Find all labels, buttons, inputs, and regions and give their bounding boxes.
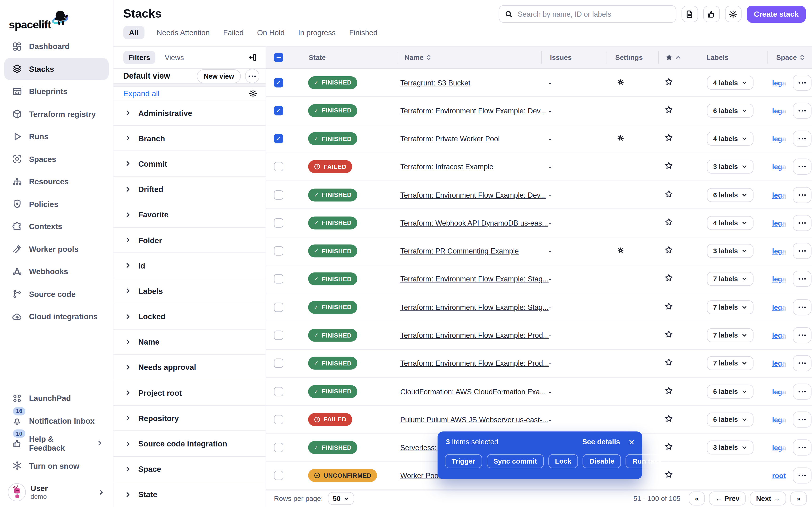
sidebar-item-source-code[interactable]: Source code bbox=[0, 283, 113, 305]
stack-name-link[interactable]: Terraform: Environment Flow Example: Sta… bbox=[400, 303, 549, 311]
favorite-star-button[interactable] bbox=[664, 414, 673, 425]
column-header-labels[interactable]: Labels bbox=[706, 54, 728, 61]
labels-dropdown[interactable]: 6 labels bbox=[707, 188, 754, 202]
column-header-settings[interactable]: Settings bbox=[615, 54, 643, 61]
labels-dropdown[interactable]: 7 labels bbox=[707, 272, 754, 286]
stack-name-link[interactable]: Terraform: Private Worker Pool bbox=[400, 134, 500, 143]
stack-name-link[interactable]: Worker Pool bbox=[400, 471, 440, 480]
row-actions-button[interactable] bbox=[793, 75, 811, 91]
feedback-button[interactable] bbox=[703, 6, 720, 22]
view-more-button[interactable] bbox=[245, 69, 260, 83]
labels-dropdown[interactable]: 7 labels bbox=[707, 356, 754, 371]
stack-name-link[interactable]: Terraform: Environment Flow Example: Pro… bbox=[400, 359, 549, 368]
column-header-space[interactable]: Space bbox=[776, 54, 805, 61]
tab-finished[interactable]: Finished bbox=[348, 26, 379, 39]
sidebar-user[interactable]: User demo bbox=[0, 477, 113, 507]
sidebar-item-spaces[interactable]: Spaces bbox=[0, 148, 113, 170]
sidebar-item-contexts[interactable]: Contexts bbox=[0, 215, 113, 238]
table-row[interactable]: ✓ ✓FINISHED Terragrunt: S3 Bucket - 4 la… bbox=[266, 69, 812, 97]
filter-group-labels[interactable]: Labels bbox=[113, 278, 266, 303]
sidebar-item-turn-on-snow[interactable]: Turn on snow bbox=[0, 454, 113, 477]
row-actions-button[interactable] bbox=[793, 383, 811, 399]
row-actions-button[interactable] bbox=[793, 187, 811, 203]
sidebar-item-resources[interactable]: Resources bbox=[0, 170, 113, 193]
favorite-star-button[interactable] bbox=[664, 302, 673, 313]
create-stack-button[interactable]: Create stack bbox=[747, 5, 806, 22]
space-link[interactable]: legacy bbox=[772, 276, 785, 283]
favorite-star-button[interactable] bbox=[664, 189, 673, 200]
table-row[interactable]: ✓FINISHED Terraform: Environment Flow Ex… bbox=[266, 322, 812, 350]
filter-group-project-root[interactable]: Project root bbox=[113, 380, 266, 405]
favorite-star-button[interactable] bbox=[664, 133, 673, 144]
labels-dropdown[interactable]: 3 labels bbox=[707, 441, 754, 455]
row-actions-button[interactable] bbox=[793, 411, 811, 428]
row-checkbox[interactable] bbox=[274, 471, 283, 480]
select-all-checkbox[interactable] bbox=[274, 53, 283, 62]
sidebar-item-webhooks[interactable]: Webhooks bbox=[0, 260, 113, 283]
row-actions-button[interactable] bbox=[793, 355, 811, 371]
spacelift-logo[interactable]: spacelift bbox=[0, 0, 113, 30]
favorite-star-button[interactable] bbox=[664, 386, 673, 397]
labels-dropdown[interactable]: 4 labels bbox=[707, 132, 754, 146]
sidebar-item-dashboard[interactable]: Dashboard bbox=[0, 35, 113, 58]
stack-name-link[interactable]: Terragrunt: S3 Bucket bbox=[400, 78, 470, 87]
stack-name-link[interactable]: Terraform: Environment Flow Example: Dev… bbox=[400, 191, 546, 199]
table-row[interactable]: FAILED Terraform: Infracost Example - 3 … bbox=[266, 153, 812, 181]
row-checkbox[interactable] bbox=[274, 302, 283, 312]
filter-group-folder[interactable]: Folder bbox=[113, 227, 266, 252]
bulk-action-disable-button[interactable]: Disable bbox=[583, 454, 621, 468]
filter-settings-gear-icon[interactable] bbox=[249, 89, 257, 98]
favorite-star-button[interactable] bbox=[664, 330, 673, 341]
row-checkbox[interactable] bbox=[274, 218, 283, 228]
stack-name-link[interactable]: Terraform: Environment Flow Example: Pro… bbox=[400, 331, 549, 339]
docs-button[interactable] bbox=[681, 6, 698, 22]
last-page-button[interactable]: » bbox=[791, 492, 807, 506]
filter-group-needs-approval[interactable]: Needs approval bbox=[113, 354, 266, 380]
see-details-link[interactable]: See details bbox=[582, 438, 620, 446]
sidebar-item-launchpad[interactable]: LaunchPad bbox=[0, 387, 113, 410]
space-link[interactable]: legacy bbox=[772, 191, 785, 199]
favorite-star-button[interactable] bbox=[664, 358, 673, 369]
sidebar-item-blueprints[interactable]: Blueprints bbox=[0, 80, 113, 103]
column-header-favorite[interactable] bbox=[665, 53, 680, 61]
table-row[interactable]: ✓FINISHED Terraform: PR Commenting Examp… bbox=[266, 237, 812, 266]
favorite-star-button[interactable] bbox=[664, 77, 673, 88]
sidebar-item-terraform-registry[interactable]: Terraform registry bbox=[0, 103, 113, 125]
labels-dropdown[interactable]: 6 labels bbox=[707, 385, 754, 399]
filter-group-source-code-integration[interactable]: Source code integration bbox=[113, 431, 266, 456]
sidebar-item-worker-pools[interactable]: Worker pools bbox=[0, 238, 113, 260]
filter-group-administrative[interactable]: Administrative bbox=[113, 100, 266, 125]
space-link[interactable]: legacy bbox=[772, 303, 785, 311]
prev-page-button[interactable]: ← Prev bbox=[709, 492, 746, 506]
space-link[interactable]: legacy bbox=[772, 247, 785, 255]
first-page-button[interactable]: « bbox=[689, 492, 705, 506]
next-page-button[interactable]: Next → bbox=[750, 492, 786, 506]
favorite-star-button[interactable] bbox=[664, 105, 673, 116]
favorite-star-button[interactable] bbox=[664, 245, 673, 256]
bulk-action-lock-button[interactable]: Lock bbox=[548, 454, 578, 468]
table-row[interactable]: ✓FINISHED Terraform: Environment Flow Ex… bbox=[266, 349, 812, 378]
stack-name-link[interactable]: Terraform: PR Commenting Example bbox=[400, 247, 519, 255]
tab-filters[interactable]: Filters bbox=[123, 50, 156, 64]
row-checkbox[interactable] bbox=[274, 443, 283, 452]
rows-per-page-select[interactable]: 50 bbox=[327, 492, 354, 505]
row-checkbox[interactable] bbox=[274, 415, 283, 424]
labels-dropdown[interactable]: 3 labels bbox=[707, 244, 754, 258]
labels-dropdown[interactable]: 6 labels bbox=[707, 412, 754, 427]
sidebar-item-runs[interactable]: Runs bbox=[0, 125, 113, 148]
row-actions-button[interactable] bbox=[793, 103, 811, 119]
space-link[interactable]: legacy bbox=[772, 79, 785, 87]
labels-dropdown[interactable]: 4 labels bbox=[707, 216, 754, 230]
row-checkbox[interactable] bbox=[274, 387, 283, 396]
stack-name-link[interactable]: CloudFormation: AWS CloudFormation Exa..… bbox=[400, 387, 546, 396]
table-row[interactable]: ✓FINISHED Terraform: Environment Flow Ex… bbox=[266, 293, 812, 322]
stack-name-link[interactable]: Terraform: Environment Flow Example: Dev… bbox=[400, 107, 546, 115]
bulk-action-trigger-button[interactable]: Trigger bbox=[445, 454, 482, 468]
row-checkbox[interactable] bbox=[274, 359, 283, 368]
stack-name-link[interactable]: Terraform: Infracost Example bbox=[400, 163, 493, 171]
tab-all[interactable]: All bbox=[123, 26, 144, 39]
favorite-star-button[interactable] bbox=[664, 274, 673, 284]
row-actions-button[interactable] bbox=[793, 271, 811, 287]
row-actions-button[interactable] bbox=[793, 440, 811, 456]
space-link[interactable]: legacy bbox=[772, 416, 785, 424]
